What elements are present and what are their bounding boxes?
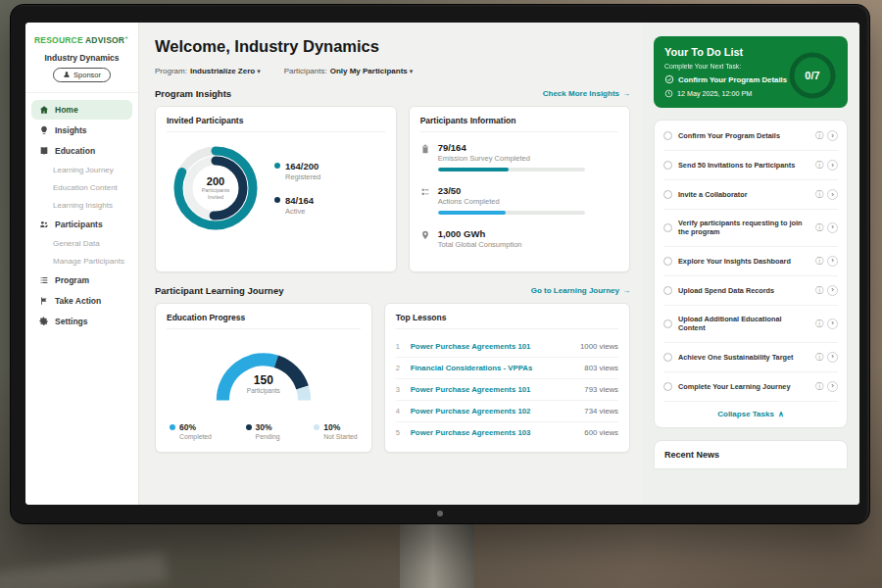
flag-icon <box>39 296 49 306</box>
stat-actions-completed: 23/50 Actions Completed <box>420 185 618 215</box>
clock-icon <box>664 89 673 98</box>
info-icon[interactable]: ⓘ <box>815 256 823 267</box>
legend-registered: 164/200 Registered <box>274 161 320 181</box>
chevron-right-icon[interactable]: › <box>827 256 838 267</box>
lightbulb-icon <box>39 125 49 135</box>
photo-scene: RESOURCE ADVISOR+ Industry Dynamics Spon… <box>0 0 882 588</box>
task-row[interactable]: Complete Your Learning Journey ⓘ › <box>663 372 838 402</box>
desk-object <box>0 552 168 588</box>
task-row[interactable]: Upload Additional Educational Content ⓘ … <box>663 306 838 343</box>
nav-item-program[interactable]: Program <box>31 270 132 290</box>
lesson-link[interactable]: Power Purchase Agreements 101 <box>411 385 578 394</box>
org-block: Industry Dynamics Sponsor <box>25 51 138 94</box>
participants-filter-value: Only My Participants <box>330 67 408 75</box>
info-icon[interactable]: ⓘ <box>815 130 823 141</box>
program-filter-dropdown[interactable]: Program:Industrialize Zero▾ <box>155 67 261 75</box>
task-row[interactable]: Explore Your Insights Dashboard ⓘ › <box>663 247 838 276</box>
monitor-stand <box>400 523 474 588</box>
gauge-center-label: 150 Participants <box>199 373 328 394</box>
main-content: Welcome, Industry Dynamics Program:Indus… <box>139 23 642 505</box>
task-row[interactable]: Upload Spend Data Records ⓘ › <box>663 276 838 306</box>
task-checkbox[interactable] <box>663 161 672 170</box>
chevron-right-icon[interactable]: › <box>827 352 838 363</box>
info-icon[interactable]: ⓘ <box>815 160 823 171</box>
nav-label: Take Action <box>55 296 101 306</box>
nav-item-learning-journey[interactable]: Learning Journey <box>31 162 132 178</box>
right-panel: Your To Do List Complete Your Next Task:… <box>642 23 859 505</box>
nav-label: General Data <box>53 239 100 248</box>
chevron-right-icon[interactable]: › <box>827 189 838 200</box>
logo-plus: + <box>124 34 128 40</box>
lesson-link[interactable]: Power Purchase Agreements 103 <box>411 428 578 437</box>
nav-item-participants[interactable]: Participants <box>31 215 132 234</box>
info-icon[interactable]: ⓘ <box>815 222 823 233</box>
logo-advisor: ADVISOR <box>85 35 124 45</box>
task-row[interactable]: Send 50 Invitations to Participants ⓘ › <box>663 151 838 180</box>
chevron-right-icon[interactable]: › <box>827 285 838 296</box>
lesson-link[interactable]: Power Purchase Agreements 101 <box>411 342 573 351</box>
info-icon[interactable]: ⓘ <box>815 189 823 200</box>
insights-cards-row: Invited Participants 200 <box>155 106 630 272</box>
lesson-row: 5 Power Purchase Agreements 103 600 view… <box>396 422 618 443</box>
legend-pending: 30% Pending <box>246 422 280 440</box>
info-icon[interactable]: ⓘ <box>815 285 823 296</box>
info-icon[interactable]: ⓘ <box>815 318 823 329</box>
nav-item-general-data[interactable]: General Data <box>31 235 132 252</box>
nav-label: Learning Journey <box>53 166 114 174</box>
chevron-down-icon: ▾ <box>410 68 414 74</box>
task-checkbox[interactable] <box>663 353 672 362</box>
lesson-link[interactable]: Power Purchase Agreements 102 <box>411 407 578 416</box>
learning-journey-header: Participant Learning Journey Go to Learn… <box>155 285 630 296</box>
nav-item-manage-participants[interactable]: Manage Participants <box>31 253 132 270</box>
task-checkbox[interactable] <box>663 319 672 328</box>
task-checkbox[interactable] <box>663 286 672 295</box>
card-title: Top Lessons <box>396 313 618 329</box>
recent-news-header: Recent News <box>654 440 848 469</box>
go-to-learning-journey-link[interactable]: Go to Learning Journey→ <box>531 286 630 295</box>
task-checkbox[interactable] <box>663 257 672 266</box>
nav-label: Education <box>55 146 95 156</box>
education-gauge-chart: 150 Participants <box>199 336 328 411</box>
nav-item-education[interactable]: Education <box>31 141 132 161</box>
task-checkbox[interactable] <box>663 190 672 199</box>
education-progress-card: Education Progress 150 Participants <box>155 303 372 453</box>
collapse-tasks-link[interactable]: Collapse Tasks ∧ <box>663 402 838 426</box>
nav-label: Home <box>55 105 78 115</box>
chevron-right-icon[interactable]: › <box>827 130 838 141</box>
task-row[interactable]: Verify participants requesting to join t… <box>663 210 838 247</box>
nav-item-home[interactable]: Home <box>31 100 132 120</box>
task-checkbox[interactable] <box>663 131 672 140</box>
task-checkbox[interactable] <box>663 382 672 391</box>
lesson-link[interactable]: Financial Considerations - VPPAs <box>411 364 578 372</box>
sidebar: RESOURCE ADVISOR+ Industry Dynamics Spon… <box>25 23 139 505</box>
person-icon <box>63 71 71 78</box>
nav-label: Insights <box>55 125 87 135</box>
nav-item-settings[interactable]: Settings <box>31 312 132 331</box>
invited-participants-card: Invited Participants 200 <box>155 106 397 272</box>
nav-label: Education Content <box>53 183 118 192</box>
task-row[interactable]: Confirm Your Program Details ⓘ › <box>663 122 838 151</box>
task-row[interactable]: Achieve One Sustainability Target ⓘ › <box>663 343 838 372</box>
nav-item-insights[interactable]: Insights <box>31 121 132 140</box>
check-more-insights-link[interactable]: Check More Insights→ <box>543 89 630 98</box>
chevron-right-icon[interactable]: › <box>827 318 838 329</box>
info-icon[interactable]: ⓘ <box>815 381 823 392</box>
learning-cards-row: Education Progress 150 Participants <box>155 303 630 453</box>
lesson-row: 3 Power Purchase Agreements 101 793 view… <box>396 379 618 401</box>
logo-resource: RESOURCE <box>34 35 83 45</box>
task-row[interactable]: Invite a Collaborator ⓘ › <box>663 180 838 210</box>
chevron-right-icon[interactable]: › <box>827 381 838 392</box>
arrow-right-icon: → <box>622 286 630 295</box>
participants-filter-dropdown[interactable]: Participants:Only My Participants▾ <box>284 67 414 75</box>
nav-item-education-content[interactable]: Education Content <box>31 179 132 196</box>
nav-item-take-action[interactable]: Take Action <box>31 291 132 311</box>
nav-item-learning-insights[interactable]: Learning Insights <box>31 197 132 214</box>
clipboard-icon <box>420 144 430 154</box>
dashboard-screen: RESOURCE ADVISOR+ Industry Dynamics Spon… <box>25 23 859 505</box>
info-icon[interactable]: ⓘ <box>815 352 823 363</box>
sponsor-label: Sponsor <box>74 71 101 79</box>
task-checkbox[interactable] <box>663 223 672 232</box>
monitor-logo-dot <box>437 511 443 516</box>
chevron-right-icon[interactable]: › <box>827 222 838 233</box>
chevron-right-icon[interactable]: › <box>827 160 838 171</box>
